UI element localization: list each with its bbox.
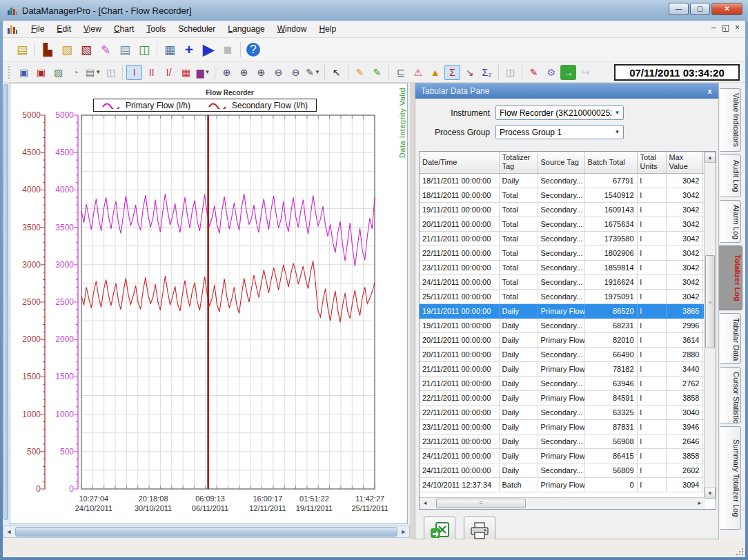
table-row[interactable]: 18/11/2011 00:00:00DailySecondary...6779…	[420, 173, 712, 188]
instrument-select[interactable]: Flow Recorder (3K210000025294) ▼	[495, 106, 624, 120]
menu-chart[interactable]: Chart	[108, 21, 140, 37]
table-row[interactable]: 20/11/2011 00:00:00DailySecondary...6649…	[420, 347, 712, 361]
stop-icon[interactable]: ■	[219, 41, 237, 59]
side-tab-alarm-log[interactable]: Alarm Log	[720, 200, 741, 243]
value-indicator-edit-icon[interactable]: ✎	[352, 65, 368, 80]
resize-grip[interactable]	[735, 547, 743, 555]
chart-plot[interactable]: 0500100015002000250030003500400045005000…	[10, 83, 407, 523]
open-folder-icon[interactable]: ▨	[58, 41, 76, 59]
scroll-right-icon[interactable]: ►	[694, 498, 705, 509]
table-row[interactable]: 19/11/2011 00:00:00DailySecondary...6823…	[420, 318, 712, 332]
summary-totalizer-pane-icon[interactable]: Σ₂	[479, 65, 495, 80]
go-icon[interactable]: →	[560, 65, 576, 80]
scroll-left-icon[interactable]: ◄	[3, 526, 14, 537]
table-row[interactable]: 23/11/2011 00:00:00TotalSecondary...1859…	[420, 260, 712, 274]
menu-tools[interactable]: Tools	[140, 21, 172, 37]
table-horizontal-scrollbar[interactable]: ◄ ≡ ►	[420, 497, 705, 509]
open-chart-icon[interactable]: ▙	[39, 41, 57, 59]
totalizer-log-pane-icon[interactable]: Σ	[444, 65, 460, 80]
table-row[interactable]: 24/11/2011 00:00:00TotalSecondary...1916…	[420, 274, 712, 289]
process-group-select[interactable]: Process Group 1 ▼	[495, 125, 624, 139]
print-icon[interactable]: ▤▼	[85, 65, 101, 80]
color-picker-icon[interactable]: ✎	[526, 65, 542, 80]
save-red-icon[interactable]: ▣	[33, 65, 49, 80]
zoom-in-x-icon[interactable]: ⊕	[219, 65, 235, 80]
mdi-restore-button[interactable]: ◱	[722, 23, 729, 32]
batch-calendar-icon[interactable]: ▦	[178, 65, 194, 80]
column-header[interactable]: Totalizer Tag	[499, 152, 538, 173]
table-row[interactable]: 22/11/2011 00:00:00DailySecondary...6332…	[420, 405, 712, 419]
table-row[interactable]: 19/11/2011 00:00:00TotalSecondary...1609…	[420, 202, 712, 217]
panel-splitter[interactable]	[410, 83, 415, 539]
annotate-icon[interactable]: ✎▼	[305, 65, 321, 80]
run-icon[interactable]: ▶	[199, 41, 217, 59]
save-image-icon[interactable]: ▨	[50, 65, 66, 80]
table-row[interactable]: 22/11/2011 00:00:00DailyPrimary Flow8459…	[420, 390, 712, 405]
help-icon[interactable]: ?	[246, 43, 260, 57]
zoom-in-box-icon[interactable]: ⊕	[253, 65, 269, 80]
save-icon[interactable]: ▣	[16, 65, 32, 80]
chevron-down-icon[interactable]: ▼	[611, 129, 623, 135]
minimize-button[interactable]: —	[669, 3, 689, 15]
toolbar-grip[interactable]	[8, 66, 12, 79]
table-row[interactable]: 20/11/2011 00:00:00DailyPrimary Flow8201…	[420, 332, 712, 347]
settings-gears-icon[interactable]: ⚙	[543, 65, 559, 80]
edit-annotation-icon[interactable]: ✎	[97, 41, 115, 59]
dropdown-arrow-icon[interactable]: ▼	[95, 69, 101, 75]
column-header[interactable]: Max Value	[666, 152, 702, 173]
table-row[interactable]: 19/11/2011 00:00:00DailyPrimary Flow8652…	[420, 303, 712, 318]
table-row[interactable]: 21/11/2011 00:00:00TotalSecondary...1739…	[420, 231, 712, 246]
pane-title-bar[interactable]: Tabular Data Pane x	[415, 83, 718, 99]
side-tab-audit-log[interactable]: Audit Log	[720, 154, 741, 197]
table-row[interactable]: 21/11/2011 00:00:00DailySecondary...6394…	[420, 376, 712, 390]
schedule-grid-icon[interactable]: ▦	[161, 41, 179, 59]
mdi-close-button[interactable]: ×	[735, 23, 740, 32]
table-row[interactable]: 23/11/2011 00:00:00DailyPrimary Flow8783…	[420, 419, 712, 434]
audit-log-pane-icon[interactable]: ⚠	[410, 65, 426, 80]
chart-hscroll-thumb[interactable]	[15, 527, 397, 537]
dropdown-arrow-icon[interactable]: ▼	[315, 69, 320, 75]
zoom-reset-icon[interactable]: ⊖	[288, 65, 304, 80]
chevron-down-icon[interactable]: ▼	[611, 110, 623, 116]
chart-horizontal-scrollbar[interactable]: ◄ ►	[3, 526, 410, 538]
table-row[interactable]: 18/11/2011 00:00:00TotalSecondary...1540…	[420, 188, 712, 202]
copy-icon[interactable]: ◫	[103, 65, 119, 80]
menu-help[interactable]: Help	[313, 21, 342, 37]
scroll-left-icon[interactable]: ◄	[420, 498, 431, 509]
table-row[interactable]: 22/11/2011 00:00:00TotalSecondary...1802…	[420, 246, 712, 260]
zoom-out-icon[interactable]: ⊖	[270, 65, 286, 80]
delta-cursor-icon[interactable]: I/	[161, 65, 177, 80]
alarm-log-pane-icon[interactable]: ▲	[427, 65, 443, 80]
scroll-up-icon[interactable]: ▲	[705, 152, 716, 163]
column-header[interactable]: Total Units	[637, 152, 666, 173]
column-header[interactable]: Date/Time	[420, 152, 499, 173]
mdi-minimize-button[interactable]: –	[711, 23, 716, 32]
column-header[interactable]: Source Tag	[538, 152, 584, 173]
single-cursor-icon[interactable]: I	[126, 65, 142, 80]
pointer-icon[interactable]: ↖	[328, 65, 344, 80]
menu-language[interactable]: Language	[222, 21, 270, 37]
menu-view[interactable]: View	[77, 21, 108, 37]
side-tab-totalizer-log[interactable]: Totalizer Log	[719, 246, 742, 310]
table-vscroll-thumb[interactable]: ≡	[705, 255, 715, 348]
chart-area[interactable]: Flow Recorder Primary Flow (l/h)Secondar…	[10, 83, 408, 524]
column-header[interactable]: Batch Total	[584, 152, 637, 173]
side-tab-tabular-data[interactable]: Tabular Data	[720, 313, 741, 364]
table-hscroll-thumb[interactable]: ≡	[436, 499, 526, 508]
copy-group-icon[interactable]: ◫	[135, 41, 153, 59]
menu-edit[interactable]: Edit	[50, 21, 77, 37]
trend-bars-icon[interactable]: ▆▼	[195, 65, 211, 80]
pane-close-icon[interactable]: x	[704, 86, 716, 97]
table-row[interactable]: 24/11/2011 00:00:00DailyPrimary Flow8641…	[420, 448, 712, 463]
table-row[interactable]: 24/11/2011 00:00:00DailySecondary...5680…	[420, 463, 712, 477]
table-row[interactable]: 23/11/2011 00:00:00DailySecondary...5690…	[420, 434, 712, 448]
table-row[interactable]: 24/10/2011 12:37:34BatchPrimary Flow0l30…	[420, 477, 712, 492]
import-folder-icon[interactable]: ▧	[77, 41, 95, 59]
side-tab-summary-totalizer-log[interactable]: Summary Totalizer Log	[720, 426, 741, 530]
print-preview-icon[interactable]: ◔	[68, 65, 83, 80]
cursor-stats-pane-icon[interactable]: ◫	[502, 65, 518, 80]
scroll-down-icon[interactable]: ▼	[705, 488, 716, 499]
add-icon[interactable]: +	[180, 41, 198, 59]
side-tab-value-indicators[interactable]: Value Indicators	[720, 88, 741, 152]
tabular-data-pane-icon[interactable]: ↘	[462, 65, 478, 80]
